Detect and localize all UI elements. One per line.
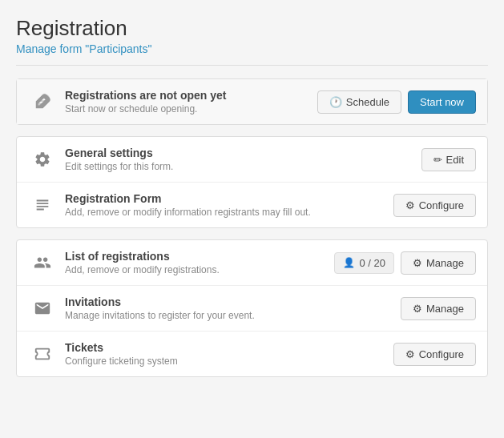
invitations-row: Invitations Manage invitations to regist… bbox=[17, 286, 487, 332]
registration-form-desc: Add, remove or modify information regist… bbox=[65, 207, 393, 218]
general-settings-actions: ✏ Edit bbox=[421, 148, 476, 171]
users-icon bbox=[28, 254, 57, 271]
manage-registrations-button[interactable]: ⚙ Manage bbox=[401, 251, 476, 275]
registration-status-card: Registrations are not open yet Start now… bbox=[16, 78, 488, 125]
registration-form-actions: ⚙ Configure bbox=[393, 194, 476, 217]
list-icon bbox=[28, 196, 57, 214]
page-title: Registration bbox=[16, 16, 488, 41]
invitations-actions: ⚙ Manage bbox=[401, 297, 476, 320]
registration-status-title: Registrations are not open yet bbox=[65, 89, 317, 102]
settings-card: General settings Edit settings for this … bbox=[16, 136, 488, 228]
list-registrations-desc: Add, remove or modify registrations. bbox=[65, 264, 334, 275]
clock-icon: 🕐 bbox=[329, 96, 342, 108]
general-settings-title: General settings bbox=[65, 147, 421, 159]
gear-small-icon: ⚙ bbox=[405, 199, 415, 211]
registration-status-row: Registrations are not open yet Start now… bbox=[17, 79, 487, 124]
mail-icon bbox=[28, 299, 57, 317]
manage-invitations-button[interactable]: ⚙ Manage bbox=[401, 297, 476, 320]
tickets-title: Tickets bbox=[65, 341, 393, 354]
gear-tickets-icon: ⚙ bbox=[405, 348, 415, 360]
list-registrations-title: List of registrations bbox=[65, 250, 334, 263]
invitations-desc: Manage invitations to register for your … bbox=[65, 310, 401, 321]
gear-icon bbox=[28, 151, 57, 168]
pencil-icon: ✏ bbox=[433, 154, 442, 166]
general-settings-text: General settings Edit settings for this … bbox=[65, 147, 421, 172]
tickets-text: Tickets Configure ticketing system bbox=[65, 341, 393, 367]
gear-manage-icon: ⚙ bbox=[413, 257, 422, 269]
management-card: List of registrations Add, remove or mod… bbox=[16, 239, 488, 377]
tickets-actions: ⚙ Configure bbox=[393, 343, 476, 366]
registrations-badge: 👤 0 / 20 bbox=[334, 252, 394, 274]
general-settings-desc: Edit settings for this form. bbox=[65, 161, 421, 172]
configure-form-button[interactable]: ⚙ Configure bbox=[393, 194, 476, 217]
registration-status-text: Registrations are not open yet Start now… bbox=[65, 89, 317, 115]
invitations-text: Invitations Manage invitations to regist… bbox=[65, 295, 401, 321]
registration-form-row: Registration Form Add, remove or modify … bbox=[17, 183, 487, 227]
general-settings-row: General settings Edit settings for this … bbox=[17, 137, 487, 183]
registration-form-title: Registration Form bbox=[65, 192, 393, 205]
person-badge-icon: 👤 bbox=[343, 257, 355, 268]
registration-form-text: Registration Form Add, remove or modify … bbox=[65, 192, 393, 218]
tickets-row: Tickets Configure ticketing system ⚙ Con… bbox=[17, 332, 487, 376]
page-subtitle: Manage form "Participants" bbox=[16, 42, 488, 66]
invitations-title: Invitations bbox=[65, 295, 401, 308]
feather-icon bbox=[28, 93, 57, 111]
registration-status-desc: Start now or schedule opening. bbox=[65, 103, 317, 115]
list-registrations-text: List of registrations Add, remove or mod… bbox=[65, 250, 334, 275]
gear-invitations-icon: ⚙ bbox=[413, 303, 422, 315]
ticket-icon bbox=[28, 345, 57, 363]
registration-status-actions: 🕐 Schedule Start now bbox=[317, 90, 476, 114]
schedule-button[interactable]: 🕐 Schedule bbox=[317, 90, 401, 114]
list-registrations-actions: 👤 0 / 20 ⚙ Manage bbox=[334, 251, 476, 275]
configure-tickets-button[interactable]: ⚙ Configure bbox=[393, 343, 476, 366]
tickets-desc: Configure ticketing system bbox=[65, 356, 393, 367]
edit-button[interactable]: ✏ Edit bbox=[421, 148, 476, 171]
list-registrations-row: List of registrations Add, remove or mod… bbox=[17, 240, 487, 286]
start-now-button[interactable]: Start now bbox=[408, 90, 476, 114]
